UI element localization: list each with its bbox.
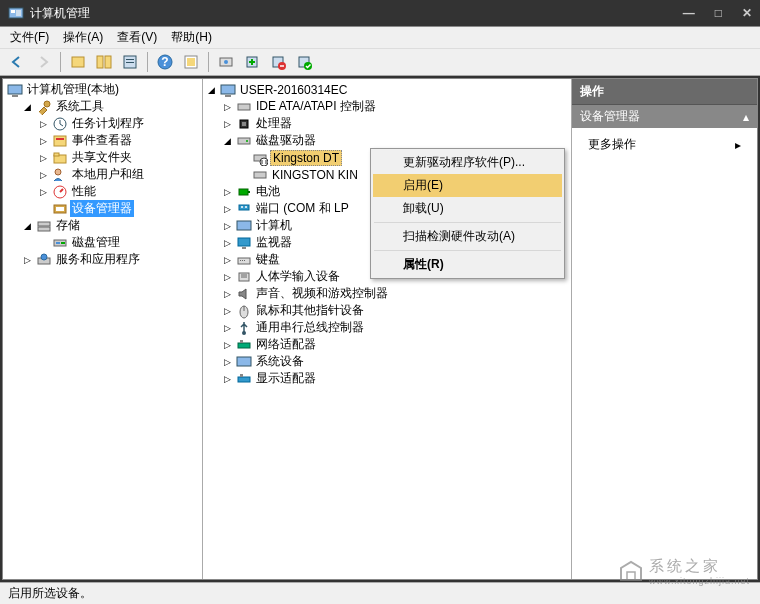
svg-rect-58 bbox=[240, 260, 241, 261]
tree-label: IDE ATA/ATAPI 控制器 bbox=[254, 98, 378, 115]
tree-disk-management[interactable]: 磁盘管理 bbox=[37, 234, 200, 251]
clock-icon bbox=[52, 116, 68, 132]
tree-shared-folders[interactable]: ▷ 共享文件夹 bbox=[37, 149, 200, 166]
collapse-icon[interactable]: ◢ bbox=[21, 100, 34, 113]
expand-icon[interactable]: ▷ bbox=[37, 185, 50, 198]
expand-icon[interactable]: ▷ bbox=[37, 134, 50, 147]
expand-icon[interactable]: ▷ bbox=[221, 117, 234, 130]
toolbar: ? bbox=[0, 48, 760, 76]
device-sound[interactable]: ▷声音、视频和游戏控制器 bbox=[221, 285, 569, 302]
ide-icon bbox=[236, 99, 252, 115]
svg-rect-48 bbox=[254, 172, 266, 178]
expand-icon[interactable]: ▷ bbox=[221, 355, 234, 368]
tree-label: 服务和应用程序 bbox=[54, 251, 142, 268]
device-ide[interactable]: ▷IDE ATA/ATAPI 控制器 bbox=[221, 98, 569, 115]
menu-help[interactable]: 帮助(H) bbox=[165, 27, 218, 48]
watermark-icon bbox=[617, 560, 645, 584]
tree-label: 鼠标和其他指针设备 bbox=[254, 302, 366, 319]
collapse-icon[interactable]: ◢ bbox=[205, 83, 218, 96]
menubar: 文件(F) 操作(A) 查看(V) 帮助(H) bbox=[0, 26, 760, 48]
scan-button[interactable] bbox=[215, 51, 237, 73]
main-window: 计算机管理 — □ ✕ 文件(F) 操作(A) 查看(V) 帮助(H) ? bbox=[0, 0, 760, 604]
tree-label: 存储 bbox=[54, 217, 82, 234]
ctx-properties[interactable]: 属性(R) bbox=[373, 253, 562, 276]
close-button[interactable]: ✕ bbox=[742, 6, 752, 20]
expand-icon[interactable]: ▷ bbox=[221, 100, 234, 113]
event-icon bbox=[52, 133, 68, 149]
svg-rect-59 bbox=[242, 260, 243, 261]
services-icon bbox=[36, 252, 52, 268]
device-disk-drives[interactable]: ◢磁盘驱动器 bbox=[221, 132, 569, 149]
svg-rect-50 bbox=[248, 191, 250, 193]
tree-local-users[interactable]: ▷ 本地用户和组 bbox=[37, 166, 200, 183]
hid-icon bbox=[236, 269, 252, 285]
device-cpu[interactable]: ▷处理器 bbox=[221, 115, 569, 132]
ctx-scan[interactable]: 扫描检测硬件改动(A) bbox=[373, 225, 562, 248]
tree-label: 系统设备 bbox=[254, 353, 306, 370]
tree-label: 计算机 bbox=[254, 217, 294, 234]
folder-icon bbox=[52, 150, 68, 166]
svg-rect-49 bbox=[239, 189, 248, 195]
expand-icon[interactable]: ▷ bbox=[221, 372, 234, 385]
uninstall-button[interactable] bbox=[267, 51, 289, 73]
tree-storage[interactable]: ◢ 存储 bbox=[21, 217, 200, 234]
expand-icon[interactable]: ▷ bbox=[221, 236, 234, 249]
expand-icon[interactable]: ▷ bbox=[221, 219, 234, 232]
disk-warning-icon bbox=[252, 150, 268, 166]
tree-label: 声音、视频和游戏控制器 bbox=[254, 285, 390, 302]
tree-system-tools[interactable]: ◢ 系统工具 bbox=[21, 98, 200, 115]
ctx-uninstall[interactable]: 卸载(U) bbox=[373, 197, 562, 220]
expand-icon[interactable]: ▷ bbox=[221, 321, 234, 334]
actions-subheader[interactable]: 设备管理器 ▴ bbox=[572, 105, 757, 128]
tree-services-apps[interactable]: ▷ 服务和应用程序 bbox=[21, 251, 200, 268]
tree-label: 设备管理器 bbox=[70, 200, 134, 217]
device-usb[interactable]: ▷通用串行总线控制器 bbox=[221, 319, 569, 336]
computer-icon bbox=[7, 82, 23, 98]
expand-icon[interactable]: ▷ bbox=[221, 304, 234, 317]
maximize-button[interactable]: □ bbox=[715, 6, 722, 20]
device-network[interactable]: ▷网络适配器 bbox=[221, 336, 569, 353]
ctx-enable[interactable]: 启用(E) bbox=[373, 174, 562, 197]
expand-icon[interactable]: ▷ bbox=[221, 287, 234, 300]
tree-event-viewer[interactable]: ▷ 事件查看器 bbox=[37, 132, 200, 149]
up-button[interactable] bbox=[67, 51, 89, 73]
toolbar-separator bbox=[147, 52, 148, 72]
expand-icon[interactable]: ▷ bbox=[221, 338, 234, 351]
expand-icon[interactable]: ▷ bbox=[37, 168, 50, 181]
minimize-button[interactable]: — bbox=[683, 6, 695, 20]
device-mice[interactable]: ▷鼠标和其他指针设备 bbox=[221, 302, 569, 319]
tree-root[interactable]: 计算机管理(本地) bbox=[5, 81, 200, 98]
ctx-update-driver[interactable]: 更新驱动程序软件(P)... bbox=[373, 151, 562, 174]
refresh-button[interactable] bbox=[180, 51, 202, 73]
properties-button[interactable] bbox=[119, 51, 141, 73]
actions-body[interactable]: 更多操作 ▸ bbox=[572, 128, 757, 161]
expand-icon[interactable]: ▷ bbox=[37, 117, 50, 130]
tree-task-scheduler[interactable]: ▷ 任务计划程序 bbox=[37, 115, 200, 132]
expand-icon[interactable]: ▷ bbox=[37, 151, 50, 164]
expand-icon[interactable]: ▷ bbox=[221, 202, 234, 215]
collapse-icon[interactable]: ◢ bbox=[221, 134, 234, 147]
device-root[interactable]: ◢ USER-20160314EC bbox=[205, 81, 569, 98]
add-hardware-button[interactable] bbox=[241, 51, 263, 73]
expand-icon[interactable]: ▷ bbox=[21, 253, 34, 266]
tree-label: 任务计划程序 bbox=[70, 115, 146, 132]
device-system[interactable]: ▷系统设备 bbox=[221, 353, 569, 370]
tree-performance[interactable]: ▷ 性能 bbox=[37, 183, 200, 200]
disk-icon bbox=[252, 167, 268, 183]
show-hide-button[interactable] bbox=[93, 51, 115, 73]
back-button[interactable] bbox=[6, 51, 28, 73]
expand-icon[interactable]: ▷ bbox=[221, 253, 234, 266]
device-display[interactable]: ▷显示适配器 bbox=[221, 370, 569, 387]
tree-label: 人体学输入设备 bbox=[254, 268, 342, 285]
enable-button[interactable] bbox=[293, 51, 315, 73]
forward-button[interactable] bbox=[32, 51, 54, 73]
svg-rect-4 bbox=[97, 56, 103, 68]
collapse-icon[interactable]: ◢ bbox=[21, 219, 34, 232]
tree-device-manager[interactable]: 设备管理器 bbox=[37, 200, 200, 217]
expand-icon[interactable]: ▷ bbox=[221, 185, 234, 198]
menu-view[interactable]: 查看(V) bbox=[111, 27, 163, 48]
menu-action[interactable]: 操作(A) bbox=[57, 27, 109, 48]
help-button[interactable]: ? bbox=[154, 51, 176, 73]
menu-file[interactable]: 文件(F) bbox=[4, 27, 55, 48]
expand-icon[interactable]: ▷ bbox=[221, 270, 234, 283]
